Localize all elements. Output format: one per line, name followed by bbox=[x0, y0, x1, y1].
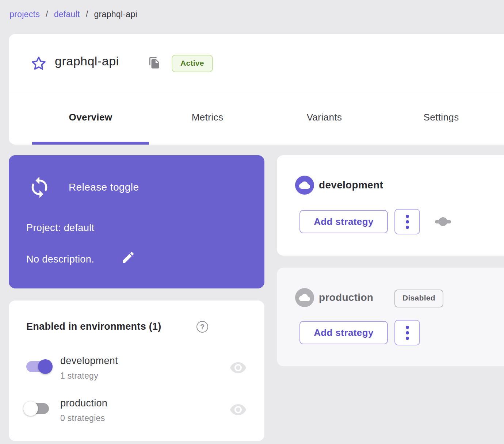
page-title: graphql-api bbox=[55, 54, 119, 68]
tab-bar: Overview Metrics Variants Settings bbox=[9, 93, 504, 145]
environment-row-strategies: 0 strategies bbox=[60, 413, 105, 423]
panel-title: Enabled in environments (1) bbox=[26, 321, 161, 332]
breadcrumb-projects-link[interactable]: projects bbox=[9, 9, 40, 19]
environment-card-production: production Disabled Add strategy bbox=[277, 268, 504, 366]
environment-name: development bbox=[319, 179, 383, 191]
breadcrumb-separator: / bbox=[86, 9, 88, 19]
environment-name: production bbox=[319, 292, 373, 303]
star-icon bbox=[31, 67, 47, 73]
breadcrumb-default-link[interactable]: default bbox=[54, 9, 80, 19]
kebab-menu-icon bbox=[406, 326, 409, 340]
environment-menu-button-development[interactable] bbox=[394, 209, 420, 234]
strategy-slider-icon bbox=[435, 217, 451, 227]
toggle-type-label: Release toggle bbox=[69, 176, 139, 199]
tab-metrics[interactable]: Metrics bbox=[149, 93, 266, 142]
enabled-environments-panel: Enabled in environments (1) ? developmen… bbox=[9, 301, 264, 441]
cloud-icon bbox=[295, 176, 314, 195]
environment-row-name: development bbox=[60, 355, 118, 367]
toggle-project-label: Project: default bbox=[26, 222, 95, 234]
environment-toggle-development[interactable] bbox=[23, 359, 53, 374]
toggle-thumb bbox=[23, 401, 38, 416]
add-strategy-button-development[interactable]: Add strategy bbox=[299, 210, 388, 233]
environment-disabled-badge: Disabled bbox=[394, 290, 443, 307]
cloud-icon bbox=[295, 288, 314, 307]
feature-overview-page: projects / default / graphql-api graphql… bbox=[0, 0, 504, 444]
feature-header-card: graphql-api Active Overview Metrics Vari… bbox=[9, 34, 504, 145]
toggle-description: No description. bbox=[26, 254, 94, 265]
add-strategy-button-production[interactable]: Add strategy bbox=[299, 321, 388, 344]
tab-overview[interactable]: Overview bbox=[32, 93, 149, 142]
visibility-button-production[interactable] bbox=[229, 403, 247, 416]
eye-icon bbox=[229, 370, 247, 375]
edit-icon bbox=[121, 260, 135, 266]
copy-icon bbox=[148, 65, 161, 70]
environment-menu-button-production[interactable] bbox=[394, 320, 420, 345]
help-icon[interactable]: ? bbox=[196, 321, 208, 333]
eye-icon bbox=[229, 412, 247, 417]
environment-row-name: production bbox=[60, 398, 107, 409]
toggle-thumb bbox=[38, 359, 53, 374]
release-toggle-icon bbox=[28, 176, 51, 199]
tab-settings[interactable]: Settings bbox=[383, 93, 500, 142]
visibility-button-development[interactable] bbox=[229, 361, 247, 374]
environment-row-strategies: 1 strategy bbox=[60, 371, 98, 381]
tab-variants[interactable]: Variants bbox=[266, 93, 383, 142]
edit-description-button[interactable] bbox=[120, 249, 137, 266]
active-tab-indicator bbox=[32, 142, 149, 145]
breadcrumb: projects / default / graphql-api bbox=[9, 9, 137, 19]
favorite-button[interactable] bbox=[31, 56, 47, 72]
environment-toggle-production[interactable] bbox=[23, 401, 53, 416]
status-badge: Active bbox=[172, 55, 213, 72]
breadcrumb-current: graphql-api bbox=[94, 9, 137, 19]
breadcrumb-separator: / bbox=[46, 9, 48, 19]
copy-name-button[interactable] bbox=[148, 57, 161, 69]
kebab-menu-icon bbox=[406, 215, 409, 229]
toggle-type-card: Release toggle Project: default No descr… bbox=[9, 155, 264, 288]
environment-card-development: development Add strategy bbox=[277, 155, 504, 256]
